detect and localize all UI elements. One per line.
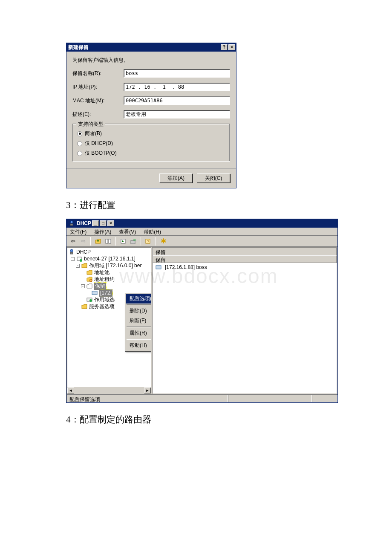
list-item-label: [172.16.1.88] boss: [165, 264, 207, 270]
collapse-icon[interactable]: -: [81, 284, 85, 288]
server-icon: [76, 256, 83, 262]
column-reservation[interactable]: 保留: [153, 248, 337, 255]
radio-bootp-label: 仅 BOOTP(O): [85, 150, 117, 157]
svg-rect-13: [92, 291, 97, 295]
radio-dhcp[interactable]: 仅 DHCP(D): [77, 140, 225, 147]
action-button[interactable]: ✱: [159, 237, 168, 246]
supported-types-group: 支持的类型 两者(B) 仅 DHCP(D) 仅 BOOTP(O): [72, 124, 230, 162]
intro-text: 为保留客户端输入信息。: [72, 57, 129, 64]
tree-lease[interactable]: 地址租约: [94, 276, 115, 283]
panes-icon: [105, 238, 112, 245]
mac-label: MAC 地址(M):: [72, 97, 124, 104]
tree-pane: DHCP -benet4-27 [172.16.1.1] -作用域 [172.1…: [66, 247, 152, 394]
folder-up-icon: [95, 238, 101, 245]
status-text: 配置保留选项: [66, 395, 228, 402]
reservation-name-input[interactable]: [124, 69, 230, 78]
back-icon: ⇦: [71, 238, 75, 244]
window-title: DHCP: [77, 220, 91, 226]
desc-label: 描述(E):: [72, 111, 124, 118]
export-button[interactable]: [129, 237, 138, 246]
menu-help[interactable]: 帮助(H): [142, 228, 163, 235]
separator: [127, 327, 152, 327]
dialog-title: 新建保留: [68, 44, 89, 51]
ctx-delete[interactable]: 删除(D): [126, 306, 152, 316]
collapse-icon[interactable]: -: [71, 257, 75, 261]
close-button[interactable]: 关闭(C): [197, 173, 230, 183]
list-pane: 保留 保留 [172.16.1.88] boss: [152, 247, 337, 394]
minimize-icon[interactable]: _: [92, 220, 99, 226]
tree-address-pool[interactable]: 地址池: [94, 269, 110, 276]
radio-icon: [77, 141, 82, 146]
ctx-refresh[interactable]: 刷新(F): [126, 316, 152, 326]
svg-rect-3: [109, 239, 111, 243]
scroll-left-icon[interactable]: ◄: [67, 387, 74, 393]
svg-rect-1: [70, 224, 73, 225]
radio-both[interactable]: 两者(B): [77, 130, 225, 137]
step-caption-3: 3：进行配置: [66, 199, 326, 211]
separator: [115, 237, 116, 246]
tree-reservation-item[interactable]: [172.: [99, 289, 112, 297]
radio-both-label: 两者(B): [85, 130, 102, 137]
menu-action[interactable]: 操作(A): [92, 228, 113, 235]
dhcp-icon: [68, 220, 75, 227]
svg-rect-5: [131, 240, 135, 244]
folder-icon: [86, 269, 93, 275]
help-icon[interactable]: ?: [221, 44, 228, 50]
radio-icon: [77, 131, 82, 136]
svg-rect-2: [106, 239, 108, 243]
titlebar: 新建保留 ? ×: [66, 43, 236, 52]
separator: [141, 237, 141, 246]
radio-bootp[interactable]: 仅 BOOTP(O): [77, 150, 225, 157]
refresh-button[interactable]: [118, 237, 128, 246]
scroll-right-icon[interactable]: ►: [144, 387, 151, 393]
export-icon: [130, 238, 137, 245]
tree-scope[interactable]: 作用域 [172.16.0.0] ber: [89, 262, 141, 269]
ctx-help[interactable]: 帮助(H): [126, 341, 152, 350]
show-hide-button[interactable]: [104, 237, 113, 246]
help-icon: ?: [145, 238, 152, 245]
menu-file[interactable]: 文件(F): [68, 228, 88, 235]
add-button[interactable]: 添加(A): [159, 173, 193, 183]
up-button[interactable]: [93, 237, 103, 246]
maximize-icon[interactable]: □: [100, 220, 107, 226]
svg-point-0: [70, 221, 73, 223]
menu-view[interactable]: 查看(V): [117, 228, 138, 235]
list-item[interactable]: [172.16.1.88] boss: [155, 264, 334, 271]
close-icon[interactable]: ×: [228, 44, 235, 50]
tree-reservations[interactable]: 保留: [94, 283, 106, 290]
dhcp-root-icon: [68, 249, 75, 255]
reservation-item-icon: [91, 290, 98, 296]
separator: [127, 339, 152, 340]
svg-point-15: [89, 299, 92, 302]
new-reservation-dialog: 新建保留 ? × 为保留客户端输入信息。 保留名称(R): IP 地址(P): …: [66, 43, 236, 188]
tree-server-options[interactable]: 服务器选项: [89, 303, 115, 310]
collapse-icon[interactable]: -: [76, 264, 80, 268]
status-cell: [228, 395, 312, 402]
ip-address-input[interactable]: [124, 83, 230, 91]
svg-text:?: ?: [147, 239, 149, 243]
ctx-configure-options[interactable]: 配置选项(C)...: [126, 294, 152, 304]
column-reservation-sub[interactable]: 保留: [153, 255, 337, 263]
reservation-icon: [86, 283, 93, 289]
action-star-icon: ✱: [161, 237, 166, 245]
refresh-icon: [120, 238, 127, 245]
folder-icon: [81, 263, 88, 269]
separator: [156, 237, 156, 246]
separator: [90, 237, 91, 246]
tree-dhcp-root[interactable]: DHCP: [76, 249, 91, 256]
tree-scope-options[interactable]: 作用域选: [94, 296, 115, 304]
svg-point-11: [80, 259, 82, 262]
close-icon[interactable]: ×: [107, 220, 114, 226]
radio-icon: [77, 151, 82, 156]
forward-button[interactable]: ⇨: [78, 237, 88, 246]
statusbar: 配置保留选项: [66, 394, 337, 402]
svg-point-8: [70, 249, 73, 252]
ctx-properties[interactable]: 属性(R): [126, 328, 152, 338]
scope-options-icon: [86, 297, 93, 303]
mac-address-input[interactable]: [124, 96, 230, 105]
tree-server[interactable]: benet4-27 [172.16.1.1]: [84, 255, 135, 263]
back-button[interactable]: ⇦: [68, 237, 78, 246]
description-input[interactable]: [124, 110, 230, 119]
svg-point-12: [89, 279, 92, 282]
help-button[interactable]: ?: [144, 237, 153, 246]
